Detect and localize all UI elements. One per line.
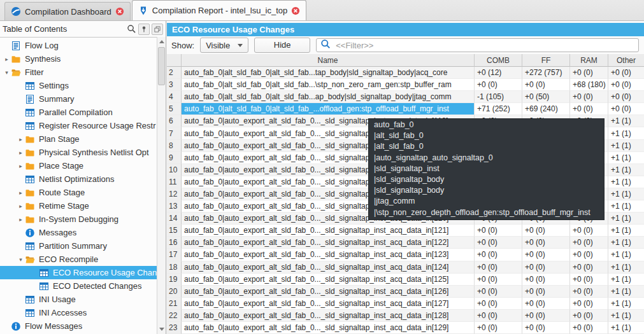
cell-name[interactable]: auto_fab_0|auto_export_alt_sld_fab_0..._… [182,261,475,274]
table-row[interactable]: 19auto_fab_0|auto_export_alt_sld_fab_0..… [167,274,644,286]
chevron-collapsed-icon[interactable]: ▸ [17,216,25,223]
cell-other[interactable]: +1 (1) [608,237,644,249]
cell-comb[interactable]: +0 (0) [475,286,522,298]
cell-ram[interactable]: +0 (0) [570,67,608,79]
cell-ff[interactable]: +0 (0) [522,237,570,249]
cell-ff[interactable]: +0 (0) [522,261,570,274]
header-comb[interactable]: COMB [475,54,522,67]
cell-comb[interactable]: +0 (12) [475,67,522,79]
sidebar-item-fitter[interactable]: ▾Fitter [0,66,157,79]
scroll-down-icon[interactable] [157,325,166,333]
sidebar-item-summary[interactable]: Summary [0,92,157,106]
header-other[interactable]: Other [608,54,644,67]
scroll-up-icon[interactable] [157,38,166,46]
cell-other[interactable]: +1 (1) [608,212,644,225]
table-row[interactable]: 4auto_fab_0|alt_sld_fab_0|alt_sld_fab...… [167,91,644,103]
detach-window-icon[interactable] [152,24,163,35]
cell-name[interactable]: auto_fab_0|auto_export_alt_sld_fab_0..._… [182,249,475,261]
close-icon[interactable] [291,6,300,15]
close-icon[interactable] [115,7,124,16]
table-row[interactable]: 23auto_fab_0|auto_export_alt_sld_fab_0..… [167,322,644,334]
cell-name[interactable]: auto_fab_0|auto_export_alt_sld_fab_0..._… [182,310,475,322]
cell-name[interactable]: auto_fab_0|alt_sld_fab_0|alt_sld_fab...\… [182,79,475,91]
cell-comb[interactable]: +0 (0) [475,322,522,334]
cell-name[interactable]: auto_fab_0|auto_export_alt_sld_fab_0..._… [182,225,475,237]
cell-ram[interactable]: +0 (0) [570,249,608,261]
table-row[interactable]: 5auto_fab_0|alt_sld_fab_0|alt_sld_fab_..… [167,103,644,115]
table-row[interactable]: 15auto_fab_0|auto_export_alt_sld_fab_0..… [167,225,644,237]
cell-name[interactable]: auto_fab_0|alt_sld_fab_0|alt_sld_fab...a… [182,91,475,103]
cell-other[interactable]: +1 (1) [608,310,644,322]
sidebar-item-flow-messages[interactable]: Flow Messages [0,319,157,333]
cell-other[interactable]: +1 (1) [608,261,644,274]
cell-ram[interactable]: +0 (0) [570,237,608,249]
cell-other[interactable]: +1 (1) [608,188,644,200]
cell-other[interactable]: +1 (1) [608,274,644,286]
cell-ram[interactable]: +0 (0) [570,286,608,298]
cell-other[interactable]: +0 (0) [608,67,644,79]
cell-ff[interactable]: +0 (0) [522,225,570,237]
table-row[interactable]: 17auto_fab_0|auto_export_alt_sld_fab_0..… [167,249,644,261]
cell-ff[interactable]: +272 (757) [522,67,570,79]
table-row[interactable]: 3auto_fab_0|alt_sld_fab_0|alt_sld_fab...… [167,79,644,91]
cell-ram[interactable]: +0 (0) [570,310,608,322]
cell-comb[interactable]: +0 (0) [475,237,522,249]
chevron-collapsed-icon[interactable]: ▸ [17,150,25,156]
cell-other[interactable]: +1 (1) [608,127,644,139]
sidebar-item-physical-synthesis-netlist-opt[interactable]: ▸Physical Synthesis Netlist Opt [0,146,157,159]
cell-ff[interactable]: +0 (50) [522,91,570,103]
cell-other[interactable]: +1 (1) [608,322,644,334]
cell-ff[interactable]: +0 (0) [522,249,570,261]
cell-ff[interactable]: +0 (0) [522,286,570,298]
sidebar-item-place-stage[interactable]: ▸Place Stage [0,159,157,172]
table-row[interactable]: 2auto_fab_0|alt_sld_fab_0|alt_sld_fab...… [167,67,644,79]
table-row[interactable]: 18auto_fab_0|auto_export_alt_sld_fab_0..… [167,261,644,274]
cell-ff[interactable]: +0 (0) [522,298,570,310]
sidebar-item-ini-usage[interactable]: INI Usage [0,293,157,306]
cell-other[interactable]: +1 (1) [608,140,644,152]
sidebar-item-settings[interactable]: Settings [0,79,157,92]
sidebar-item-in-system-debugging[interactable]: ▸In-System Debugging [0,212,157,226]
cell-comb[interactable]: -1 (105) [475,91,522,103]
cell-ff[interactable]: +0 (0) [522,310,570,322]
cell-other[interactable]: +1 (1) [608,249,644,261]
cell-name[interactable]: auto_fab_0|auto_export_alt_sld_fab_0..._… [182,237,475,249]
sidebar-item-flow-log[interactable]: Flow Log [0,39,157,52]
cell-ram[interactable]: +0 (0) [570,91,608,103]
sidebar-item-messages[interactable]: Messages [0,226,157,239]
sidebar-item-netlist-optimizations[interactable]: Netlist Optimizations [0,172,157,186]
cell-name[interactable]: auto_fab_0|alt_sld_fab_0|alt_sld_fab_...… [182,103,475,115]
toc-scrollbar[interactable] [157,37,166,334]
cell-other[interactable]: +1 (1) [608,176,644,188]
cell-comb[interactable]: +0 (0) [475,261,522,274]
hide-button[interactable]: Hide [254,38,310,53]
cell-other[interactable]: +1 (1) [608,152,644,164]
cell-ram[interactable]: +0 (0) [570,261,608,274]
cell-comb[interactable]: +0 (0) [475,225,522,237]
chevron-collapsed-icon[interactable]: ▸ [17,190,25,196]
cell-ram[interactable]: +68 (180) [570,79,608,91]
cell-name[interactable]: auto_fab_0|auto_export_alt_sld_fab_0..._… [182,298,475,310]
cell-other[interactable]: +1 (1) [608,115,644,127]
filter-input[interactable] [334,40,634,51]
sidebar-item-eco-detected-changes[interactable]: ECO Detected Changes [0,279,157,293]
show-dropdown[interactable]: Visible [200,38,248,53]
header-name[interactable]: Name [182,54,475,67]
cell-name[interactable]: auto_fab_0|auto_export_alt_sld_fab_0..._… [182,274,475,286]
cell-name[interactable]: auto_fab_0|auto_export_alt_sld_fab_0..._… [182,322,475,334]
sidebar-item-retime-stage[interactable]: ▸Retime Stage [0,199,157,212]
sidebar-item-ini-accesses[interactable]: INI Accesses [0,306,157,319]
cell-ff[interactable]: +0 (0) [522,274,570,286]
cell-other[interactable]: +1 (1) [608,164,644,176]
chevron-collapsed-icon[interactable]: ▸ [3,56,11,62]
scroll-thumb[interactable] [158,47,165,85]
chevron-expanded-icon[interactable]: ▾ [17,256,25,263]
cell-comb[interactable]: +71 (252) [475,103,522,115]
tab-compilation-dashboard[interactable]: Compilation Dashboard [4,2,131,20]
cell-ram[interactable]: +0 (0) [570,298,608,310]
cell-other[interactable]: +1 (1) [608,286,644,298]
table-row[interactable]: 20auto_fab_0|auto_export_alt_sld_fab_0..… [167,286,644,298]
cell-ram[interactable]: +0 (0) [570,322,608,334]
cell-ff[interactable]: +69 (240) [522,103,570,115]
header-ff[interactable]: FF [522,54,570,67]
